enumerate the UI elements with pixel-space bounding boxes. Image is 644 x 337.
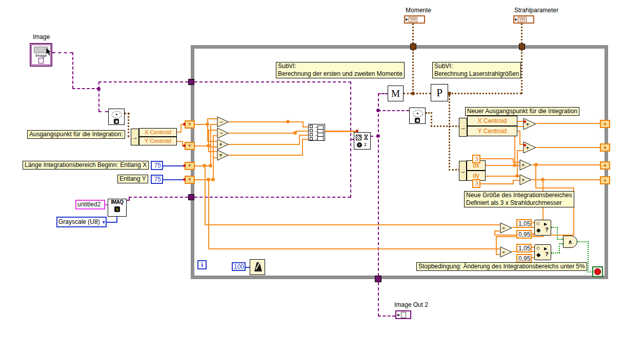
divide-node-2[interactable]: ÷	[500, 246, 512, 258]
wire-numeric	[517, 121, 523, 122]
subvi-line1: SubVI:	[434, 62, 519, 70]
unbundle-new-y[interactable]: Y Centroid	[467, 126, 517, 136]
wire-image	[52, 52, 73, 53]
coercion-dot	[183, 123, 186, 125]
shift-register-right-xc[interactable]: ▲	[600, 120, 610, 128]
constant-len-x[interactable]: 75	[151, 161, 163, 170]
subvi-momente-node[interactable]: M	[388, 86, 404, 101]
diamond-filled-icon: ◆	[536, 227, 540, 234]
shift-register-left-yc[interactable]: ▼	[185, 142, 195, 150]
wire-cluster	[521, 50, 522, 94]
subtract-node-1[interactable]: −	[217, 116, 229, 128]
multiply-node-x[interactable]: ×	[519, 159, 532, 171]
neue-groesse-line1: Neue Größe des Integrationsbereiches	[466, 192, 572, 199]
imaq-centroid-vi[interactable]	[108, 109, 125, 125]
tunnel-momente-out[interactable]	[410, 44, 416, 50]
strahlparameter-indicator-terminal[interactable]: ▶ 906	[513, 15, 534, 24]
unbundle-new-input[interactable]: →	[459, 118, 467, 137]
junction-dot	[211, 178, 215, 181]
divide-node-1[interactable]: ÷	[500, 222, 512, 234]
cluster-glyph: 906	[518, 17, 527, 22]
imaq-extract-vi[interactable]: ⋈ T 2	[354, 132, 371, 150]
constant-lower-1[interactable]: 0,95	[516, 230, 532, 239]
constant-factor-x[interactable]: 3	[472, 155, 480, 163]
constant-len-y[interactable]: 75	[151, 175, 163, 184]
subtract-node-2[interactable]: −	[217, 128, 229, 139]
add-node-1[interactable]: +	[217, 139, 229, 150]
wire-integer	[106, 222, 117, 223]
image-type-dropdown[interactable]: Grayscale (U8)▼	[56, 217, 107, 227]
camera-chip-icon	[415, 118, 420, 123]
wire-numeric	[210, 124, 211, 166]
unbundle-start-input[interactable]: →	[131, 129, 139, 145]
in-range-coerce-node-2[interactable]: ◇ ▶ ◆ ?	[534, 244, 551, 260]
question-icon: ?	[545, 226, 549, 233]
multiply-glyph: ×	[521, 177, 525, 183]
add-node-newx[interactable]: +	[523, 118, 536, 130]
extract-t-icon: T	[357, 142, 362, 148]
constant-image-name[interactable]: untitled2	[75, 200, 105, 209]
coercion-dot	[524, 144, 526, 146]
comment-laenge-x: Länge Integrationsbereich Beginn: Entlan…	[23, 161, 149, 170]
and-node[interactable]: ∧	[563, 236, 577, 248]
comment-stopbedingung: Stopbedingung: Änderung des Integrations…	[416, 262, 587, 271]
add-node-2[interactable]: +	[217, 150, 229, 161]
wire-numeric	[535, 187, 574, 188]
build-array-node[interactable]: ‥+ ‥+ ‥+ ‥+	[308, 124, 325, 141]
image-out-indicator-terminal[interactable]: ▶	[395, 310, 411, 319]
imaq-centroid-vi-2[interactable]	[409, 108, 426, 124]
arrow-right-icon: ▶	[544, 246, 547, 251]
shift-register-left-lenx[interactable]: ▼	[185, 162, 195, 170]
tunnel-image-in[interactable]	[188, 79, 194, 85]
constant-upper-1[interactable]: 1,05	[516, 219, 532, 228]
tunnel-image-out[interactable]	[375, 276, 381, 282]
image-out-caption: Image Out 2	[394, 301, 428, 308]
iteration-terminal[interactable]: i	[197, 260, 207, 269]
image-region-icon	[356, 135, 361, 140]
add-node-newy[interactable]: +	[523, 141, 536, 154]
sr-up-icon: ▲	[603, 178, 607, 182]
imaq-create-vi[interactable]: IMAQ ϟ	[108, 199, 127, 217]
wire-numeric	[513, 180, 519, 181]
shift-register-left-leny[interactable]: ▼	[185, 176, 195, 184]
wire-numeric	[213, 135, 217, 136]
unbundle-new-x[interactable]: X Centroid	[467, 116, 517, 126]
wire-integer	[246, 267, 250, 268]
page-icon	[401, 312, 406, 318]
mouse-cursor	[46, 48, 52, 56]
shift-register-right-yc[interactable]: ▲	[600, 143, 610, 152]
unbundle-size-input[interactable]: →	[459, 161, 467, 181]
wire-numeric	[535, 164, 536, 188]
junction-dot	[286, 120, 290, 123]
loop-condition-terminal[interactable]	[592, 266, 603, 277]
junction-dot	[376, 109, 380, 112]
constant-upper-2[interactable]: 1,05	[516, 244, 532, 252]
subvi-strahlparameter-node[interactable]: P	[431, 84, 448, 101]
shift-register-left-xc[interactable]: ▼	[185, 120, 195, 129]
tunnel-image-buffer-in[interactable]	[188, 194, 194, 200]
arrow-right-icon: ▶	[544, 222, 547, 226]
coercion-dot	[524, 120, 526, 123]
unbundle-start-x[interactable]: X Centroid	[139, 128, 177, 137]
add-glyph: +	[526, 144, 530, 152]
constant-wait-ms[interactable]: 100	[232, 262, 246, 271]
wire-boolean	[557, 239, 563, 240]
divide-glyph: ÷	[502, 225, 505, 231]
constant-lower-2[interactable]: 0,95	[516, 254, 532, 263]
in-range-coerce-node-1[interactable]: ◇ ▶ ◆ ?	[534, 220, 551, 236]
strahlparameter-caption: Strahlparameter	[514, 7, 558, 14]
tunnel-strahlparameter-out[interactable]	[519, 44, 525, 50]
image-control-caption: Image	[33, 33, 50, 40]
constant-factor-y[interactable]: 3	[472, 179, 480, 188]
diamond-filled-icon: ◆	[536, 251, 540, 258]
arrow-icon: →	[132, 134, 138, 141]
momente-indicator-terminal[interactable]: ▶ 906	[404, 15, 425, 24]
wire-image	[378, 93, 388, 94]
shift-register-right-lenx[interactable]: ▲	[600, 161, 610, 170]
unbundle-start-y[interactable]: Y Centroid	[139, 137, 177, 145]
junction-dot	[209, 164, 212, 167]
shift-register-right-leny[interactable]: ▲	[600, 176, 610, 184]
camera-chip-icon	[114, 119, 119, 124]
multiply-node-y[interactable]: ×	[519, 174, 532, 186]
wait-ms-node[interactable]	[250, 259, 265, 275]
